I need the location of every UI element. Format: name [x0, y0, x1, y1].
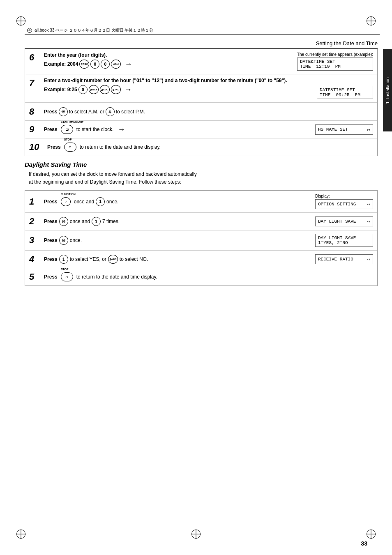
- key-stop: ⊙: [64, 143, 76, 152]
- key-0a: 0: [90, 60, 99, 69]
- key-nav-circle-2: ⊖: [59, 236, 68, 245]
- step-6-display-line2: TIME 12:19 PM: [300, 64, 370, 69]
- step-7-display-line1: DATE&TIME SET: [320, 88, 370, 92]
- step-10-row: 10 Press STOP ⊙ to return to the date an…: [25, 138, 377, 156]
- dst-s1-display-text: OPTION SETTING: [318, 202, 356, 207]
- step-6-num: 6: [29, 52, 41, 63]
- step-6-display: The currently set time appears (example)…: [294, 52, 373, 71]
- key-0b: 0: [101, 60, 110, 69]
- step-7-example-label: Example: 9:25: [44, 87, 77, 92]
- dst-step-1-display: Display: OPTION SETTING ⇔: [314, 194, 373, 209]
- section2-desc: If desired, you can set the clock to mov…: [29, 170, 378, 186]
- step-7-num: 7: [29, 78, 41, 88]
- steps-box-1: 6 Enter the year (four digits). Example:…: [25, 48, 378, 156]
- step-7-display-line2: TIME 09:25 PM: [320, 92, 370, 97]
- key-5jkl: 5JKL: [111, 85, 121, 94]
- key-9wxyz: 9WXY: [89, 85, 99, 94]
- key-star: ✳: [59, 107, 68, 116]
- crosshair-top-right: [367, 16, 376, 25]
- header-text: all.book 33 ページ ２００４年６月２２日 火曜日 午後１２時１分: [35, 28, 153, 33]
- step-8-press-label: Press: [44, 109, 58, 115]
- dst-s1-key-wrap: FUNCTION ○: [61, 197, 71, 206]
- key-stop2: ⊙: [61, 272, 73, 281]
- dst-s1-once: once and: [74, 199, 94, 205]
- header-bar: ⊕ all.book 33 ページ ２００４年６月２２日 火曜日 午後１２時１分: [25, 26, 380, 35]
- step-10-press-label: Press: [47, 144, 61, 150]
- dst-s5-press: Press: [44, 274, 58, 280]
- side-tab: 1. Installation: [383, 49, 392, 131]
- step-6-example-label: Example: 2004: [44, 61, 78, 67]
- key-start: ⏻: [61, 125, 73, 134]
- key-4ghi: 4GHI: [111, 60, 121, 69]
- step-6-display-note: The currently set time appears (example)…: [297, 52, 373, 57]
- step-7-row: 7 Enter a two-digit number for the hour …: [25, 74, 377, 103]
- dst-s4-press: Press: [44, 256, 58, 262]
- dst-step-2-display: DAY LIGHT SAVE ⇔: [314, 216, 373, 226]
- dst-s3-press: Press: [44, 237, 58, 243]
- key-stop2-label: STOP: [61, 268, 69, 271]
- dst-s1-suffix: once.: [106, 199, 118, 205]
- dst-s2-once: once and: [70, 219, 90, 224]
- step-9-key-wrap: START/MEMORY ⏻: [61, 125, 73, 134]
- step-7-display-box: DATE&TIME SET TIME 09:25 PM: [317, 86, 373, 99]
- dst-step-4-body: Press 1 to select YES, or 2ABC to select…: [44, 255, 314, 264]
- key-nav-circle-1: ⊖: [59, 217, 68, 226]
- dst-s3-display-line1: DAY LIGHT SAVE: [318, 235, 370, 240]
- key-1b: 1: [92, 217, 101, 226]
- step-8-row: 8 Press ✳ to select A.M. or # to select …: [25, 103, 377, 121]
- dst-step-5-row: 5 Press STOP ⊙ to return to the date and…: [25, 268, 377, 286]
- step-8-body: Press ✳ to select A.M. or # to select P.…: [44, 107, 145, 116]
- key-function: ○: [61, 197, 71, 206]
- dst-step-3-display: DAY LIGHT SAVE 1=YES, 2=NO: [314, 234, 373, 247]
- step-6-display-line1: DATE&TIME SET: [300, 59, 370, 64]
- step-6-row: 6 Enter the year (four digits). Example:…: [25, 49, 377, 74]
- key-0c: 0: [78, 85, 88, 94]
- dst-step-3-num: 3: [29, 235, 41, 246]
- step-6-title: Enter the year (four digits).: [44, 52, 294, 58]
- dst-s1-display-box: OPTION SETTING ⇔: [315, 199, 373, 209]
- key-hash: #: [106, 107, 115, 116]
- dst-step-4-row: 4 Press 1 to select YES, or 2ABC to sele…: [25, 251, 377, 268]
- step-9-num: 9: [29, 124, 41, 135]
- key-function-label: FUNCTION: [61, 193, 76, 196]
- arrow-1: →: [125, 60, 132, 69]
- key-2abc: 2ABC: [79, 60, 89, 69]
- dst-s4-display-box: RECEIVE RATIO ⇔: [315, 254, 373, 264]
- steps-box-2: 1 Press FUNCTION ○ once and 1 once. Disp…: [25, 190, 378, 286]
- step-10-body: Press STOP ⊙ to return to the date and t…: [47, 143, 161, 152]
- key-1c: 1: [59, 255, 68, 264]
- step-9-press-label: Press: [44, 127, 58, 132]
- section2-title: Daylight Saving Time: [25, 161, 378, 168]
- page-title: Setting the Date and Time: [25, 40, 378, 49]
- step-10-suffix: to return to the date and time display.: [80, 144, 161, 150]
- dst-s1-arrow: ⇔: [367, 201, 370, 207]
- dst-s2-arrow: ⇔: [367, 218, 370, 225]
- dst-s2-display-text: DAY LIGHT SAVE: [318, 219, 356, 224]
- dst-s4-mid: to select YES, or: [70, 256, 106, 262]
- key-2abc3: 2ABC: [108, 255, 118, 264]
- dst-s3-suffix: once.: [70, 237, 82, 243]
- dst-step-2-num: 2: [29, 216, 41, 227]
- page-number: 33: [361, 540, 367, 547]
- crosshair-bottom-center: [191, 530, 201, 539]
- dst-s4-suffix: to select NO.: [120, 256, 148, 262]
- step-9-body: Press START/MEMORY ⏻ to start the clock.…: [44, 125, 314, 134]
- dst-s4-arrow: ⇔: [367, 256, 370, 263]
- dst-step-1-num: 1: [29, 196, 41, 207]
- crosshair-top-left: [16, 16, 25, 25]
- dst-step-2-row: 2 Press ⊖ once and 1 7 times. DAY LIGHT …: [25, 213, 377, 230]
- step-6-example: Example: 2004 2ABC 0 0 4GHI →: [44, 60, 294, 69]
- step-10-key-wrap: STOP ⊙: [64, 143, 76, 152]
- dst-s2-suffix: 7 times.: [102, 219, 120, 224]
- dst-step-3-body: Press ⊖ once.: [44, 236, 314, 245]
- dst-step-1-body: Press FUNCTION ○ once and 1 once.: [44, 197, 314, 206]
- dst-step-5-body: Press STOP ⊙ to return to the date and t…: [44, 272, 157, 281]
- step-10-num: 10: [29, 142, 44, 152]
- step-9-display-box: HS NAME SET ⇔: [315, 124, 373, 135]
- key-start-label: START/MEMORY: [61, 120, 84, 123]
- step-6-body: Enter the year (four digits). Example: 2…: [44, 52, 294, 69]
- step-7-title: Enter a two-digit number for the hour ("…: [44, 78, 314, 83]
- step-7-body: Enter a two-digit number for the hour ("…: [44, 78, 314, 94]
- arrow-2: →: [125, 85, 132, 94]
- step-9-display: HS NAME SET ⇔: [314, 124, 373, 135]
